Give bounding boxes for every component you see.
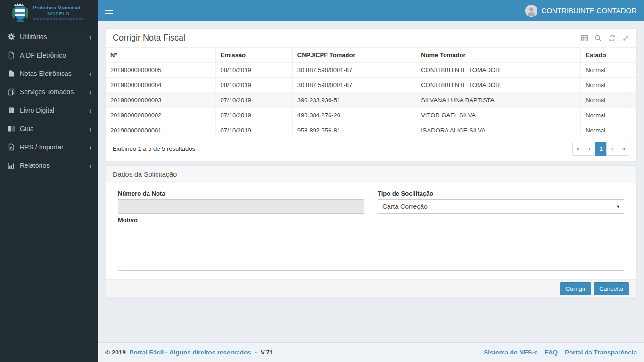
search-icon[interactable] [594,34,602,42]
logo-title: Prefeitura Municipal [33,5,84,11]
table-row[interactable]: 201900000000001 07/10/2019 958.892.556-8… [106,123,636,138]
tipo-solicitacao-label: Tipo de Socilitação [378,190,624,197]
chevron-left-icon: ‹ [89,105,91,115]
page-content: Corrigir Nota Fiscal [98,21,644,342]
user-name: CONTRIBUINTE CONTADOR [542,7,636,15]
topbar: CONTRIBUINTE CONTADOR [98,0,644,21]
table-header-row: Nº Emissão CNPJ/CPF Tomador Nome Tomador… [106,48,636,63]
sidebar-item-rps-importar[interactable]: RPS / Importar ‹ [0,138,98,156]
footer-separator: - [255,349,257,356]
main-area: CONTRIBUINTE CONTADOR Corrigir Nota Fisc… [98,0,644,362]
sidebar-item-label: RPS / Importar [20,143,89,151]
chevron-left-icon: ‹ [89,123,91,133]
notas-table: Nº Emissão CNPJ/CPF Tomador Nome Tomador… [106,48,636,138]
footer-link-nfse[interactable]: Sistema de NFS-e [484,349,537,356]
cell-cnpj-cpf: 390.233.936-51 [292,93,416,108]
sidebar-item-relatorios[interactable]: Relatórios ‹ [0,156,98,174]
sidebar: Prefeitura Municipal MODELO Utilitários … [0,0,98,362]
cell-cnpj-cpf: 30.887.590/0001-87 [292,63,416,78]
rights-link[interactable]: Portal Fácil - Alguns direitos reservado… [130,349,251,356]
book-icon [8,107,15,114]
cell-nome: CONTRIBUINTE TOMADOR [416,78,581,93]
chevron-left-icon: ‹ [89,31,91,41]
table-row[interactable]: 201900000000002 07/10/2019 490.384.276-2… [106,108,636,123]
chevron-left-icon: ‹ [89,141,91,152]
cell-nome: SILVANA LUNA BAPTISTA [416,93,581,108]
sidebar-item-aidf-eletronico[interactable]: AIDF Eletrônico [0,46,98,64]
bar-chart-icon [8,162,15,169]
column-header-numero: Nº [106,48,215,63]
numero-nota-field [118,199,364,214]
table-row[interactable]: 201900000000004 08/10/2019 30.887.590/00… [106,78,636,93]
footer-link-faq[interactable]: FAQ [545,349,558,356]
cell-cnpj-cpf: 490.384.276-20 [292,108,416,123]
cell-cnpj-cpf: 30.887.590/0001-87 [292,78,416,93]
table-icon[interactable] [581,34,588,42]
table-row[interactable]: 201900000000003 07/10/2019 390.233.936-5… [106,93,636,108]
refresh-icon[interactable] [608,34,616,42]
panel-title: Corrigir Nota Fiscal [113,33,185,43]
sidebar-item-utilitarios[interactable]: Utilitários ‹ [0,27,98,46]
logo-subtitle: MODELO [33,11,84,16]
file-import-icon [8,143,15,151]
expand-icon[interactable] [622,34,629,42]
sidebar-item-label: Relatórios [20,162,89,169]
footer-link-transparencia[interactable]: Portal da Transparência [565,349,637,356]
gear-icon [8,33,15,41]
dropdown-arrow-icon: ▼ [617,205,619,209]
motivo-textarea[interactable] [118,226,624,271]
pagination-last-button[interactable]: » [618,142,629,156]
cell-nome: ISADORA ALICE SILVA [416,123,581,138]
cell-cnpj-cpf: 958.892.556-81 [292,123,416,138]
column-header-nome-tomador: Nome Tomador [416,48,581,63]
pagination-page-1[interactable]: 1 [595,142,607,156]
cell-numero: 201900000000004 [106,78,215,93]
pagination-next-button[interactable]: › [606,142,618,156]
cell-emissao: 08/10/2019 [215,78,292,93]
sidebar-item-label: Notas Eletrônicas [20,70,89,77]
results-summary: Exibindo 1 a 5 de 5 resultados [113,145,195,152]
tipo-solicitacao-select[interactable]: Carta Correção ▼ [378,199,624,214]
sidebar-item-label: Livro Digital [20,107,89,114]
cell-estado: Normal [581,78,636,93]
sidebar-item-label: Guia [20,125,89,132]
cell-numero: 201900000000002 [106,108,215,123]
corrigir-button[interactable]: Corrigir [560,282,591,295]
barcode-icon [8,125,15,132]
corrigir-nota-panel: Corrigir Nota Fiscal [105,28,637,162]
cell-estado: Normal [581,108,636,123]
motivo-label: Motivo [118,216,624,223]
cell-emissao: 08/10/2019 [215,63,292,78]
column-header-emissao: Emissão [215,48,292,63]
numero-nota-label: Número da Nota [118,190,364,197]
user-menu[interactable]: CONTRIBUINTE CONTADOR [518,0,644,21]
column-header-estado: Estado [581,48,636,63]
pagination-first-button[interactable]: « [572,142,584,156]
coat-of-arms-icon [11,2,29,23]
panel-actions: Corrigir Cancelar [106,279,636,298]
cell-numero: 201900000000005 [106,63,215,78]
cell-numero: 201900000000001 [106,123,215,138]
sidebar-item-guia[interactable]: Guia ‹ [0,119,98,138]
municipality-logo: Prefeitura Municipal MODELO [0,0,98,25]
chevron-left-icon: ‹ [89,68,91,78]
cell-estado: Normal [581,93,636,108]
cancelar-button[interactable]: Cancelar [594,282,629,295]
page-footer: © 2019 Portal Fácil - Alguns direitos re… [98,342,644,362]
cell-estado: Normal [581,123,636,138]
table-row[interactable]: 201900000000005 08/10/2019 30.887.590/00… [106,63,636,78]
sidebar-item-label: Utilitários [20,33,89,41]
sidebar-item-livro-digital[interactable]: Livro Digital ‹ [0,101,98,119]
panel-toolbar [581,34,629,42]
file-icon [8,51,15,59]
cell-nome: CONTRIBUINTE TOMADOR [416,63,581,78]
chevron-left-icon: ‹ [89,86,91,97]
panel-title: Dados da Solicitação [113,171,177,178]
sidebar-toggle-button[interactable] [98,0,120,21]
cell-nome: VITOR GAEL SILVA [416,108,581,123]
pagination-prev-button[interactable]: ‹ [584,142,595,156]
sidebar-item-servicos-tomados[interactable]: Serviços Tomados ‹ [0,82,98,101]
sidebar-item-notas-eletronicas[interactable]: Notas Eletrônicas ‹ [0,64,98,82]
cell-emissao: 07/10/2019 [215,93,292,108]
chevron-left-icon: ‹ [89,160,91,170]
